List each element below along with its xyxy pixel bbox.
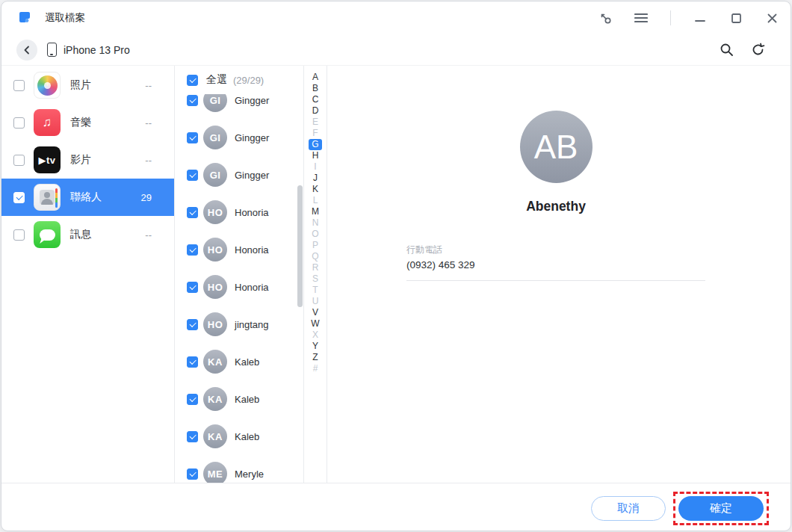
sidebar-item-2[interactable]: ♫音樂--	[1, 104, 174, 141]
alphabet-letter-Z[interactable]: Z	[309, 352, 322, 363]
contact-list-panel: GIGinggerGIGinggerGIGinggerHOHonoriaHOHo…	[175, 66, 304, 483]
tv-app-icon: ▶tv	[34, 146, 61, 173]
alphabet-letter-A[interactable]: A	[309, 72, 322, 83]
sidebar-item-4[interactable]: 聯絡人29	[1, 179, 174, 216]
alphabet-letter-G[interactable]: G	[309, 139, 322, 150]
category-label: 照片	[70, 78, 91, 92]
alphabet-letter-N: N	[309, 217, 322, 229]
photos-app-icon	[34, 72, 61, 99]
contact-checkbox[interactable]	[187, 356, 198, 368]
search-icon[interactable]	[717, 41, 735, 59]
key-icon[interactable]	[597, 10, 613, 26]
contact-checkbox[interactable]	[187, 468, 198, 480]
chevron-left-icon	[22, 46, 31, 55]
sidebar-item-1[interactable]: 照片--	[1, 66, 174, 104]
contact-checkbox[interactable]	[187, 394, 198, 405]
main-area: 照片--♫音樂--▶tv影片--聯絡人29訊息-- GIGinggerGIGin…	[1, 65, 791, 483]
contact-row[interactable]: GIGingger	[175, 156, 303, 194]
window-controls	[597, 10, 780, 26]
app-logo-icon	[18, 10, 33, 25]
contact-checkbox[interactable]	[187, 244, 198, 256]
alphabet-letter-S: S	[309, 273, 322, 285]
contact-name-label: Honoria	[235, 244, 269, 256]
contact-name-label: jingtang	[235, 319, 269, 330]
category-checkbox[interactable]	[13, 117, 25, 129]
category-checkbox[interactable]	[13, 80, 25, 91]
back-button[interactable]	[16, 40, 37, 61]
contact-avatar-small: ME	[203, 462, 227, 483]
maximize-icon[interactable]	[728, 10, 744, 26]
category-checkbox[interactable]	[13, 155, 25, 166]
category-label: 音樂	[70, 116, 91, 129]
category-checkbox[interactable]	[13, 192, 25, 203]
contact-checkbox[interactable]	[187, 170, 198, 181]
contact-name-label: Kaleb	[235, 356, 259, 368]
alphabet-letter-K[interactable]: K	[309, 184, 322, 195]
phone-icon	[47, 43, 57, 57]
select-all-checkbox[interactable]	[187, 75, 198, 86]
contact-checkbox[interactable]	[187, 207, 198, 218]
alphabet-letter-B[interactable]: B	[309, 83, 322, 94]
contact-checkbox[interactable]	[187, 95, 198, 106]
contact-row[interactable]: KAKaleb	[175, 418, 303, 455]
alphabet-letter-Q: Q	[309, 251, 322, 262]
contact-row[interactable]: HOHonoria	[175, 268, 303, 306]
alphabet-letter-J[interactable]: J	[309, 173, 322, 184]
alphabet-letter-C[interactable]: C	[309, 94, 322, 105]
scrollbar-thumb[interactable]	[297, 185, 303, 307]
alphabet-letter-V[interactable]: V	[309, 307, 322, 318]
category-count: 29	[141, 192, 152, 203]
messages-app-icon	[34, 221, 61, 248]
contact-checkbox[interactable]	[187, 132, 198, 143]
cancel-button[interactable]: 取消	[591, 496, 666, 521]
menu-icon[interactable]	[633, 10, 649, 26]
contact-row[interactable]: HOHonoria	[175, 231, 303, 268]
contact-row[interactable]: KAKaleb	[175, 380, 303, 418]
window-title: 選取檔案	[45, 11, 85, 25]
contact-row[interactable]: GIGingger	[175, 119, 303, 156]
contact-name-label: Honoria	[235, 282, 269, 293]
contact-avatar-small: KA	[203, 424, 227, 448]
category-count: --	[145, 155, 152, 166]
alphabet-letter-Y[interactable]: Y	[309, 341, 322, 352]
sidebar-item-3[interactable]: ▶tv影片--	[1, 141, 174, 179]
refresh-icon[interactable]	[749, 41, 767, 59]
minimize-icon[interactable]	[692, 10, 708, 26]
app-window: 選取檔案 iPhone 13 Pro	[1, 1, 791, 531]
confirm-button[interactable]: 確定	[678, 496, 764, 521]
select-all-label: 全選	[206, 73, 227, 87]
alphabet-letter-M[interactable]: M	[309, 206, 322, 217]
device-bar: iPhone 13 Pro	[1, 34, 791, 65]
phone-label: 行動電話	[406, 244, 705, 256]
contact-name-label: Gingger	[235, 95, 269, 106]
select-all-count: (29/29)	[233, 75, 264, 86]
contact-avatar-small: HO	[203, 275, 227, 299]
category-checkbox[interactable]	[13, 229, 25, 241]
contact-name-label: Honoria	[235, 207, 269, 218]
phone-value: (0932) 465 329	[406, 259, 705, 270]
contact-avatar-small: HO	[203, 312, 227, 336]
contact-checkbox[interactable]	[187, 319, 198, 330]
contact-row[interactable]: HOjingtang	[175, 306, 303, 343]
alphabet-letter-D[interactable]: D	[309, 105, 322, 117]
contact-name-label: Gingger	[235, 170, 269, 181]
annotation-highlight-box: 確定	[673, 492, 769, 525]
contact-name-label: Gingger	[235, 132, 269, 143]
close-icon[interactable]	[764, 10, 780, 26]
contact-name: Abenethy	[406, 199, 705, 214]
contact-row[interactable]: HOHonoria	[175, 194, 303, 231]
contact-checkbox[interactable]	[187, 282, 198, 293]
alphabet-letter-P: P	[309, 240, 322, 251]
footer-bar: 取消 確定	[1, 483, 791, 531]
alphabet-letter-H[interactable]: H	[309, 150, 322, 161]
category-count: --	[145, 80, 152, 91]
select-all-row[interactable]: 全選 (29/29)	[175, 66, 303, 94]
contact-avatar-small: HO	[203, 200, 227, 224]
contact-checkbox[interactable]	[187, 431, 198, 442]
alphabet-letter-W[interactable]: W	[309, 318, 322, 330]
contact-row[interactable]: KAKaleb	[175, 343, 303, 380]
titlebar-divider	[670, 10, 671, 25]
sidebar-item-5[interactable]: 訊息--	[1, 216, 174, 253]
contact-row[interactable]: MEMeryle	[175, 455, 303, 483]
contact-avatar: AB	[520, 111, 593, 183]
